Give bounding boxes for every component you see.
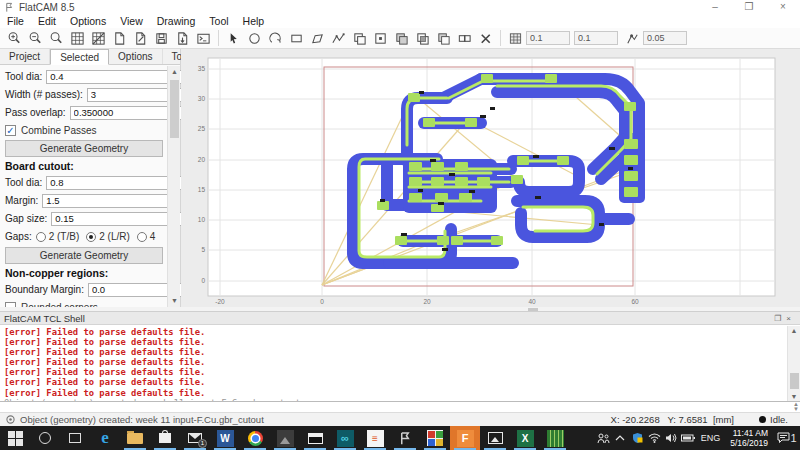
generate-geometry-button-cutout[interactable]: Generate Geometry (5, 247, 163, 264)
task-view-button[interactable] (60, 426, 90, 450)
generate-geometry-button-paint[interactable]: Generate Geometry (5, 140, 163, 157)
shell-history-spinner-icon[interactable]: ▲▼ (793, 402, 799, 412)
delete-shape-icon[interactable] (475, 29, 496, 47)
save-project-icon[interactable] (151, 29, 172, 47)
gaps-radio-tb[interactable] (36, 232, 46, 242)
action-center-button[interactable]: 1 (774, 426, 800, 450)
plot-canvas[interactable]: -20 0 20 40 60 35 30 25 20 15 10 5 0 (181, 49, 800, 307)
menu-file[interactable]: File (0, 15, 31, 28)
gaps-radio-lr[interactable] (86, 232, 96, 242)
zoom-fit-icon[interactable] (46, 29, 67, 47)
x-tick: 60 (631, 298, 638, 305)
menu-help[interactable]: Help (236, 15, 272, 28)
zoom-in-icon[interactable] (4, 29, 25, 47)
taskbar-excel[interactable]: X (510, 426, 540, 450)
grid-x-input[interactable] (526, 31, 570, 45)
taskbar-flatcam-gray[interactable] (390, 426, 420, 450)
security-button[interactable] (629, 426, 646, 450)
board-cutout-heading: Board cutout: (5, 160, 163, 172)
taskbar-word[interactable]: W (210, 426, 240, 450)
snap-max-input[interactable] (643, 31, 687, 45)
clear-plot-icon[interactable] (88, 29, 109, 47)
taskbar-arduino[interactable]: ∞ (330, 426, 360, 450)
taskbar-pcb-viewer[interactable] (540, 426, 570, 450)
export-icon[interactable] (172, 29, 193, 47)
tool-dia-input[interactable] (46, 70, 183, 84)
gaps-radio-4[interactable] (137, 232, 147, 242)
new-project-icon[interactable] (109, 29, 130, 47)
shell-scrollbar[interactable]: ▲ ▼ (787, 326, 800, 401)
panel-tabs: Project Selected Options Tool (0, 49, 180, 65)
taskbar-document[interactable]: ≡ (360, 426, 390, 450)
combine-passes-checkbox[interactable] (5, 125, 16, 136)
shell-icon[interactable] (193, 29, 214, 47)
subtract-icon[interactable] (433, 29, 454, 47)
network-button[interactable] (646, 426, 663, 450)
scroll-down-icon[interactable]: ▼ (168, 295, 181, 307)
buffer-icon[interactable] (370, 29, 391, 47)
shell-title-bar[interactable]: FlatCAM TCL Shell ❐× (0, 312, 800, 325)
union-icon[interactable] (391, 29, 412, 47)
taskbar-photos-dark[interactable] (270, 426, 300, 450)
zoom-out-icon[interactable] (25, 29, 46, 47)
select-tool-icon[interactable] (223, 29, 244, 47)
windows-taskbar: e 1 W ∞ ≡ F X ENG 11:41 AM 5/16/2019 (0, 426, 800, 450)
tab-selected[interactable]: Selected (50, 49, 109, 65)
chevron-up-icon (615, 435, 625, 441)
shell-scroll-thumb[interactable] (790, 373, 799, 389)
cortana-search-button[interactable] (30, 426, 60, 450)
people-button[interactable] (595, 426, 612, 450)
tab-options[interactable]: Options (109, 49, 162, 64)
taskbar-mail[interactable]: 1 (180, 426, 210, 450)
draw-polygon-icon[interactable] (307, 29, 328, 47)
flatcam-window: FlatCAM 8.5 – ❐ × File Edit Options View… (0, 0, 800, 450)
corner-snap-toggle-icon[interactable] (622, 29, 643, 47)
draw-rectangle-icon[interactable] (286, 29, 307, 47)
replot-icon[interactable] (67, 29, 88, 47)
intersection-icon[interactable] (412, 29, 433, 47)
copy-objects-icon[interactable] (349, 29, 370, 47)
close-button[interactable]: × (766, 0, 800, 15)
draw-path-icon[interactable] (328, 29, 349, 47)
language-indicator[interactable]: ENG (697, 433, 725, 443)
taskbar-movies[interactable] (300, 426, 330, 450)
minimize-button[interactable]: – (698, 0, 732, 15)
scroll-up-icon[interactable]: ▲ (168, 66, 181, 78)
y-tick: 15 (181, 186, 205, 193)
taskbar-flatcam-active[interactable]: F (450, 426, 480, 450)
grid-y-input[interactable] (574, 31, 618, 45)
margin-input[interactable] (42, 194, 179, 208)
shell-scroll-up-icon[interactable]: ▲ (788, 327, 800, 334)
scroll-thumb[interactable] (170, 80, 179, 138)
panel-scrollbar[interactable]: ▲ ▼ (167, 66, 180, 307)
tab-project[interactable]: Project (0, 49, 50, 64)
open-project-icon[interactable] (130, 29, 151, 47)
shell-scroll-down-icon[interactable]: ▼ (788, 393, 800, 400)
volume-button[interactable] (663, 426, 680, 450)
menu-view[interactable]: View (113, 15, 150, 28)
start-button[interactable] (0, 426, 30, 450)
join-icon[interactable] (454, 29, 475, 47)
menu-drawing[interactable]: Drawing (150, 15, 203, 28)
taskbar-clock[interactable]: 11:41 AM 5/16/2019 (724, 428, 774, 448)
shell-close-icon[interactable]: × (786, 314, 796, 323)
taskbar-store[interactable] (150, 426, 180, 450)
draw-circle-icon[interactable] (244, 29, 265, 47)
shell-output[interactable]: [error] Failed to parse defaults file. [… (0, 326, 787, 401)
tray-expand-button[interactable] (612, 426, 629, 450)
taskbar-edge[interactable]: e (90, 426, 120, 450)
menu-edit[interactable]: Edit (31, 15, 63, 28)
shell-float-icon[interactable]: ❐ (774, 314, 786, 323)
restore-button[interactable]: ❐ (732, 0, 766, 15)
taskbar-kicad[interactable] (420, 426, 450, 450)
taskbar-photos[interactable] (480, 426, 510, 450)
taskbar-chrome[interactable] (240, 426, 270, 450)
grid-snap-toggle-icon[interactable] (505, 29, 526, 47)
word-icon: W (217, 430, 234, 447)
taskbar-file-explorer[interactable] (120, 426, 150, 450)
battery-button[interactable] (680, 426, 697, 450)
menu-options[interactable]: Options (63, 15, 113, 28)
cutout-tool-dia-input[interactable] (46, 176, 183, 190)
menu-tool[interactable]: Tool (202, 15, 235, 28)
draw-arc-icon[interactable] (265, 29, 286, 47)
